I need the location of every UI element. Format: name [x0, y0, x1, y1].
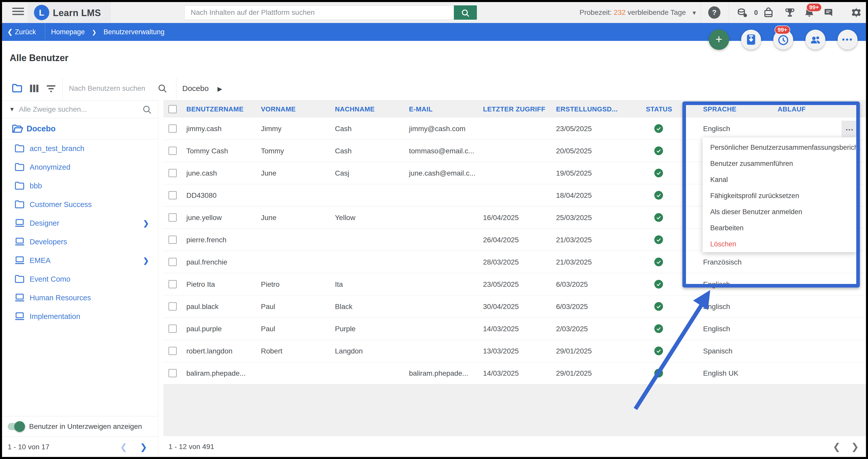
sidebar-item-implementation[interactable]: Implementation: [2, 307, 158, 326]
trial-days: 232: [614, 8, 626, 16]
table-prev-page-icon[interactable]: ❮: [833, 436, 840, 457]
column-header-email[interactable]: E-MAIL: [409, 101, 433, 118]
sidebar-item-developers[interactable]: Developers: [2, 233, 158, 251]
global-search-button[interactable]: [454, 5, 477, 20]
cell-language: Englisch: [703, 118, 730, 140]
chevron-down-icon[interactable]: ▼: [9, 106, 15, 113]
sidebar-item-customer-success[interactable]: Customer Success: [2, 195, 158, 214]
row-checkbox[interactable]: [168, 369, 177, 377]
branch-breadcrumb[interactable]: Docebo ▶: [182, 77, 222, 100]
sidebar-item-label: EMEA: [30, 251, 51, 270]
menu-item-user-summary-report[interactable]: Persönlicher Benutzerzusammenfassungsber…: [703, 140, 857, 155]
branch-search-input[interactable]: [19, 103, 131, 116]
global-search-input[interactable]: [184, 5, 454, 20]
sidebar-item-anonymized[interactable]: Anonymized: [2, 158, 158, 177]
chevron-right-icon[interactable]: ❯: [143, 251, 149, 270]
column-header-status[interactable]: STATUS: [646, 101, 672, 118]
row-checkbox[interactable]: [168, 147, 177, 155]
manage-groups-button[interactable]: [805, 30, 825, 50]
sidebar-item-bbb[interactable]: bbb: [2, 177, 158, 195]
row-checkbox[interactable]: [168, 347, 177, 355]
help-icon[interactable]: ?: [708, 6, 720, 19]
sidebar-item-designer[interactable]: Designer ❯: [2, 214, 158, 233]
table-row[interactable]: baliram.phepade... baliram.phepade... 14…: [163, 362, 866, 384]
branch-view-folder-icon[interactable]: [11, 82, 23, 95]
sidebar-prev-page-icon[interactable]: ❮: [120, 436, 127, 457]
table-row[interactable]: Pietro Ita Pietro Ita 23/05/2025 6/03/20…: [163, 273, 866, 295]
row-menu-trigger[interactable]: ...: [841, 121, 858, 137]
column-header-last-access[interactable]: LETZTER ZUGRIFF: [483, 101, 545, 118]
sidebar-item-emea[interactable]: EMEA ❯: [2, 251, 158, 270]
row-checkbox[interactable]: [168, 124, 177, 133]
chevron-right-icon: ▶: [218, 85, 222, 92]
user-search-input[interactable]: [69, 80, 156, 96]
table-row[interactable]: paul.frenchie 28/03/2025 21/03/2025 Fran…: [163, 251, 866, 273]
column-header-language[interactable]: SPRACHE: [703, 101, 737, 118]
menu-item-reset-skill-profile[interactable]: Fähigkeitsprofil zurücksetzen: [703, 188, 857, 204]
row-checkbox[interactable]: [168, 191, 177, 199]
row-checkbox[interactable]: [168, 280, 177, 288]
chevron-right-icon[interactable]: ❯: [143, 214, 149, 233]
import-users-button[interactable]: [741, 30, 761, 50]
logo-icon: L: [34, 5, 49, 20]
coins-icon[interactable]: [736, 6, 748, 19]
breadcrumb-home-link[interactable]: Homepage: [51, 28, 85, 36]
filter-icon[interactable]: [46, 84, 56, 94]
row-checkbox[interactable]: [168, 324, 177, 333]
trial-status[interactable]: Probezeit: 232 verbleibende Tage ▼: [580, 2, 697, 23]
menu-item-delete[interactable]: Löschen: [703, 236, 857, 252]
gamification-trophy-icon[interactable]: [784, 6, 796, 19]
menu-item-login-as-user[interactable]: Als dieser Benutzer anmelden: [703, 204, 857, 220]
table-row[interactable]: paul.black Paul Black 30/04/2025 6/03/20…: [163, 295, 866, 318]
table-next-page-icon[interactable]: ❯: [851, 436, 859, 457]
sidebar-item-label: Human Resources: [30, 289, 91, 307]
column-header-firstname[interactable]: VORNAME: [261, 101, 296, 118]
branch-search-icon[interactable]: [142, 105, 152, 116]
messages-icon[interactable]: [823, 6, 835, 19]
add-user-button[interactable]: +: [709, 29, 729, 50]
more-actions-button[interactable]: •••: [838, 30, 858, 50]
status-active-icon: [654, 191, 663, 200]
table-row[interactable]: robert.langdon Robert Langdon 13/03/2025…: [163, 340, 866, 362]
hamburger-menu-icon[interactable]: [12, 8, 24, 18]
status-active-icon: [654, 369, 663, 377]
cell-language: Spanisch: [703, 340, 733, 362]
column-header-expiry[interactable]: ABLAUF: [778, 101, 806, 118]
sidebar-item-acn-test-branch[interactable]: acn_test_branch: [2, 139, 158, 158]
settings-gear-icon[interactable]: [850, 6, 862, 19]
column-header-created[interactable]: ERSTELLUNGSD...: [556, 101, 618, 118]
column-header-lastname[interactable]: NACHNAME: [335, 101, 375, 118]
back-button[interactable]: ❮ Zurück: [7, 23, 36, 41]
table-row[interactable]: jimmy.cash Jimmy Cash jimmy@cash.com 23/…: [163, 118, 866, 140]
brand-logo[interactable]: L Learn LMS: [28, 2, 110, 23]
columns-view-icon[interactable]: [29, 84, 39, 94]
column-header-username[interactable]: BENUTZERNAME: [186, 101, 244, 118]
show-subbranch-users-toggle[interactable]: [8, 423, 24, 430]
cell-created: 6/03/2025: [556, 295, 588, 318]
cell-username: Tommy Cash: [186, 140, 228, 162]
cell-username: Pietro Ita: [186, 273, 215, 295]
menu-item-edit[interactable]: Bearbeiten: [703, 220, 857, 236]
row-checkbox[interactable]: [168, 302, 177, 311]
chevron-left-icon: ❮: [7, 28, 15, 36]
import-icon: [746, 34, 756, 45]
row-checkbox[interactable]: [168, 169, 177, 177]
sidebar-next-page-icon[interactable]: ❯: [140, 436, 147, 457]
row-checkbox[interactable]: [168, 258, 177, 266]
sidebar-item-docebo-root[interactable]: Docebo: [2, 118, 158, 139]
select-all-checkbox[interactable]: [168, 105, 177, 113]
row-checkbox[interactable]: [168, 213, 177, 222]
user-search-icon[interactable]: [157, 83, 167, 94]
menu-item-channel[interactable]: Kanal: [703, 172, 857, 188]
rewards-icon[interactable]: [762, 6, 775, 19]
cell-created: 29/01/2025: [556, 340, 592, 362]
cell-username: paul.black: [186, 295, 219, 318]
row-checkbox[interactable]: [168, 236, 177, 244]
sidebar-item-human-resources[interactable]: Human Resources: [2, 289, 158, 307]
menu-item-merge-users[interactable]: Benutzer zusammenführen: [703, 155, 857, 172]
toolbar-divider: [62, 78, 63, 99]
table-row[interactable]: paul.purple Paul Purple 14/03/2025 2/03/…: [163, 318, 866, 340]
sidebar-item-label: Implementation: [30, 307, 80, 326]
sidebar-item-event-como[interactable]: Event Como: [2, 270, 158, 289]
cell-lastname: Black: [335, 295, 352, 318]
